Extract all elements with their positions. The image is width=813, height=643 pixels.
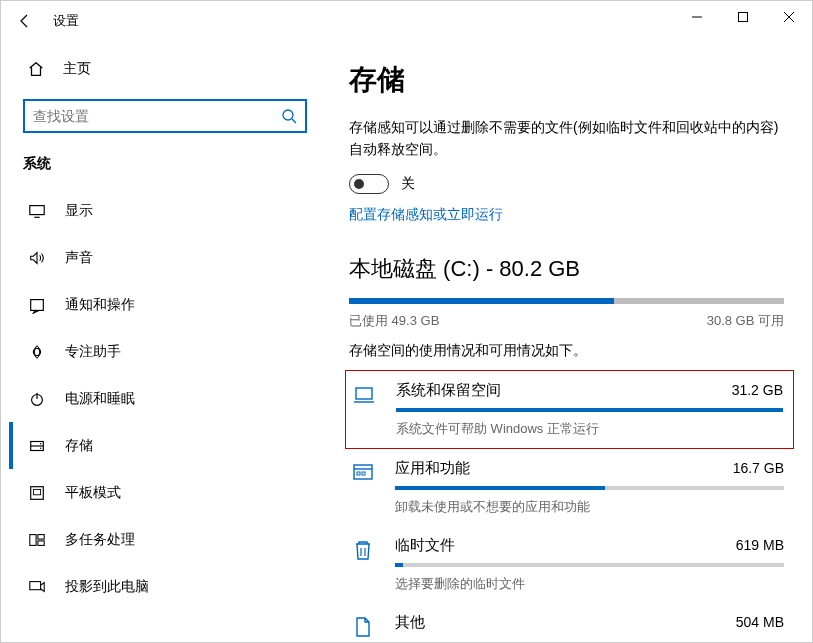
- breakdown-desc: 存储空间的使用情况和可用情况如下。: [349, 342, 784, 360]
- category-temp[interactable]: 临时文件 619 MB 选择要删除的临时文件: [349, 526, 784, 603]
- category-apps[interactable]: 应用和功能 16.7 GB 卸载未使用或不想要的应用和功能: [349, 449, 784, 526]
- nav-label: 电源和睡眠: [65, 390, 135, 408]
- trash-icon: [349, 536, 377, 562]
- category-system[interactable]: 系统和保留空间 31.2 GB 系统文件可帮助 Windows 正常运行: [345, 370, 794, 449]
- nav-label: 通知和操作: [65, 296, 135, 314]
- nav-display[interactable]: 显示: [9, 187, 321, 234]
- nav-power[interactable]: 电源和睡眠: [9, 375, 321, 422]
- category-desc: 系统文件可帮助 Windows 正常运行: [396, 420, 783, 438]
- svg-rect-8: [31, 299, 44, 310]
- svg-point-4: [283, 110, 293, 120]
- file-icon: [349, 613, 377, 639]
- svg-point-14: [40, 443, 41, 444]
- storage-sense-toggle[interactable]: [349, 174, 389, 194]
- nav-label: 平板模式: [65, 484, 121, 502]
- nav-focus[interactable]: 专注助手: [9, 328, 321, 375]
- sound-icon: [27, 249, 47, 267]
- nav-project[interactable]: 投影到此电脑: [9, 563, 321, 610]
- category-size: 31.2 GB: [732, 382, 783, 398]
- nav-label: 专注助手: [65, 343, 121, 361]
- page-title: 存储: [349, 61, 784, 99]
- tablet-icon: [27, 484, 47, 502]
- content: 存储 存储感知可以通过删除不需要的文件(例如临时文件和回收站中的内容)自动释放空…: [321, 41, 812, 643]
- category-name: 临时文件: [395, 536, 455, 555]
- search-input[interactable]: [33, 108, 281, 124]
- category-other[interactable]: 其他 504 MB: [349, 603, 784, 643]
- svg-rect-1: [739, 13, 748, 22]
- close-button[interactable]: [766, 1, 812, 33]
- nav-tablet[interactable]: 平板模式: [9, 469, 321, 516]
- storage-icon: [27, 437, 47, 455]
- search-icon: [281, 108, 297, 124]
- nav-multitask[interactable]: 多任务处理: [9, 516, 321, 563]
- category-desc: 选择要删除的临时文件: [395, 575, 784, 593]
- category-bar: [396, 408, 783, 412]
- focus-icon: [27, 343, 47, 361]
- maximize-button[interactable]: [720, 1, 766, 33]
- notification-icon: [27, 296, 47, 314]
- window-title: 设置: [49, 12, 79, 30]
- titlebar: 设置: [1, 1, 812, 41]
- svg-line-5: [292, 119, 296, 123]
- nav-sound[interactable]: 声音: [9, 234, 321, 281]
- nav-label: 多任务处理: [65, 531, 135, 549]
- category-bar: [395, 563, 784, 567]
- svg-rect-26: [357, 472, 360, 475]
- storage-sense-desc: 存储感知可以通过删除不需要的文件(例如临时文件和回收站中的内容)自动释放空间。: [349, 117, 784, 160]
- category-name: 应用和功能: [395, 459, 470, 478]
- back-button[interactable]: [1, 1, 49, 41]
- search-box[interactable]: [23, 99, 307, 133]
- category-size: 619 MB: [736, 537, 784, 553]
- svg-rect-18: [30, 534, 36, 545]
- category-bar: [395, 486, 784, 490]
- nav-list: 显示 声音 通知和操作 专注助手: [9, 187, 321, 610]
- disk-title: 本地磁盘 (C:) - 80.2 GB: [349, 254, 784, 284]
- sidebar-home-label: 主页: [63, 60, 91, 78]
- nav-notifications[interactable]: 通知和操作: [9, 281, 321, 328]
- nav-label: 显示: [65, 202, 93, 220]
- svg-rect-21: [30, 581, 41, 589]
- power-icon: [27, 390, 47, 408]
- window-controls: [674, 1, 812, 33]
- svg-rect-20: [38, 540, 44, 545]
- svg-rect-22: [356, 388, 372, 399]
- sidebar-home[interactable]: 主页: [9, 47, 321, 91]
- project-icon: [27, 578, 47, 596]
- laptop-icon: [350, 381, 378, 407]
- nav-label: 存储: [65, 437, 93, 455]
- sidebar-group-label: 系统: [9, 145, 321, 187]
- minimize-button[interactable]: [674, 1, 720, 33]
- disk-used-label: 已使用 49.3 GB: [349, 312, 439, 330]
- svg-rect-17: [33, 489, 40, 494]
- toggle-state-label: 关: [401, 175, 415, 193]
- nav-label: 声音: [65, 249, 93, 267]
- category-name: 系统和保留空间: [396, 381, 501, 400]
- svg-point-15: [40, 447, 41, 448]
- category-name: 其他: [395, 613, 425, 632]
- nav-label: 投影到此电脑: [65, 578, 149, 596]
- home-icon: [27, 60, 45, 78]
- category-size: 16.7 GB: [733, 460, 784, 476]
- sidebar: 主页 系统 显示 声音: [1, 41, 321, 643]
- multitask-icon: [27, 531, 47, 549]
- category-desc: 卸载未使用或不想要的应用和功能: [395, 498, 784, 516]
- display-icon: [27, 202, 47, 220]
- category-size: 504 MB: [736, 614, 784, 630]
- configure-storage-sense-link[interactable]: 配置存储感知或立即运行: [349, 206, 503, 224]
- disk-usage-fill: [349, 298, 614, 304]
- svg-rect-16: [31, 486, 44, 499]
- svg-rect-6: [30, 205, 44, 214]
- disk-free-label: 30.8 GB 可用: [707, 312, 784, 330]
- disk-usage-bar: [349, 298, 784, 304]
- svg-rect-19: [38, 534, 44, 539]
- nav-storage[interactable]: 存储: [9, 422, 321, 469]
- apps-icon: [349, 459, 377, 485]
- svg-rect-27: [362, 472, 365, 475]
